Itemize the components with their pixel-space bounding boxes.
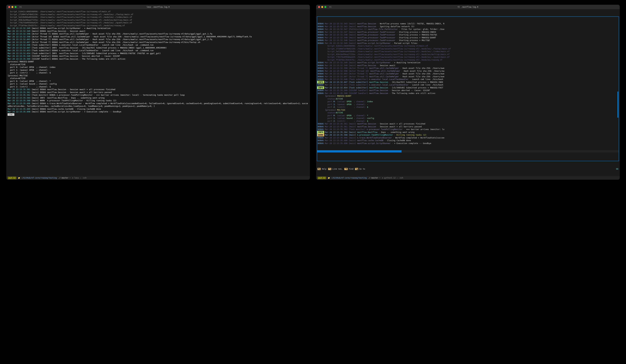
log-line: Script_5e528d84a065bb9b: /Users/ewels/.n… <box>8 16 309 19</box>
log-line: port 1: (queue) OPEN ; channel: - <box>317 103 619 106</box>
maximize-icon[interactable] <box>324 6 326 8</box>
level-badge: DEBUG <box>317 83 324 86</box>
level-badge: DEBUG <box>317 136 324 139</box>
log-line: Mar-26 22:15:35.561 [main] DEBUG nextflo… <box>8 88 309 91</box>
log-line: INFOMar-26 22:15:32.647 [Task submitter]… <box>317 81 619 84</box>
log-line: port 1: (value) bound ; channel: config <box>317 117 619 120</box>
statusbar-right: py3.12 ~/GitHub/nf-core/rnaseq/testing m… <box>316 176 620 180</box>
process-name: python3.12 <box>384 177 395 179</box>
log-line: Mar-26 22:15:35.698 [main] DEBUG nextflo… <box>8 110 309 113</box>
window-title: less .nextflow.log.9 <box>147 6 170 8</box>
log-line: port 0: (value) OPEN ; channel: * <box>317 114 619 117</box>
key-linenos[interactable]: ^l <box>328 168 331 170</box>
log-line: port 2: (cntrl) - ; channel: $ <box>317 120 619 122</box>
log-line: status=ACTIVE <box>8 77 309 80</box>
log-line: Mar-26 22:15:32.598 [Actor Thread 7] DEB… <box>8 33 309 35</box>
log-line: Mar-26 22:15:35.549 [SIGINT handler] DEB… <box>8 55 309 58</box>
log-line: DEBUGMar-26 22:15:32.547 [main] nextflow… <box>317 31 619 34</box>
level-badge: DEBUG <box>317 22 324 25</box>
level-badge: DEBUG <box>317 89 324 92</box>
branch-icon <box>368 177 370 179</box>
folder-icon <box>18 177 20 179</box>
log-line: INFOMar-26 22:15:32.654 [Task submitter]… <box>317 86 619 89</box>
log-line: port 1: (value) bound ; channel: config <box>8 82 309 85</box>
shell-name: -zsh <box>82 177 86 179</box>
maximize-icon[interactable] <box>15 6 17 8</box>
log-line: DEBUGMar-26 22:15:35.561 [main] nextflow… <box>317 125 619 128</box>
minimize-icon[interactable] <box>11 6 13 8</box>
key-find[interactable]: ^f <box>344 168 348 170</box>
log-line: DEBUGMar-26 22:15:32.548 [main] nextflow… <box>317 36 619 39</box>
log-line: DEBUGMar-26 22:15:32.548 [main] nextflow… <box>317 39 619 42</box>
level-badge: DEBUG <box>317 64 324 67</box>
level-badge: WARN <box>317 133 324 136</box>
statusbar-left: py3.12 ~/GitHub/nf-core/rnaseq/testing m… <box>6 176 310 180</box>
log-line: status=ACTIVE <box>317 111 619 114</box>
terminal-left: ⌘1 less .nextflow.log.9 Script_51642cc86… <box>6 5 310 180</box>
level-badge: DEBUG <box>317 75 324 78</box>
python-badge: py3.12 <box>8 177 16 179</box>
help-label: Help <box>322 168 326 170</box>
window-title: tl .nextflow.log.9 <box>458 6 478 8</box>
git-dirty-dot: • <box>70 177 71 179</box>
level-badge: DEBUG <box>317 70 324 73</box>
git-branch: master <box>371 177 378 179</box>
titlebar-left: ⌘1 less .nextflow.log.9 <box>6 5 310 9</box>
log-viewport[interactable]: DEBUGMar-26 22:15:32.543 [main] nextflow… <box>317 16 619 161</box>
python-badge: py3.12 <box>317 177 326 179</box>
log-line: DEBUGMar-26 22:15:32.548 [main] nextflow… <box>317 33 619 36</box>
log-line: Mar-26 22:15:35.561 [main] DEBUG nextflo… <box>8 91 309 94</box>
tab-label: ⌘1 <box>19 6 22 8</box>
log-line: Mar-26 22:15:32.598 [Actor Thread 10] DE… <box>8 35 309 38</box>
log-line: Mar-26 22:15:32.549 [main] DEBUG nextflo… <box>8 27 309 30</box>
help-footer: F1 Help ^l Line nos. ^f Find ^g Go to 66 <box>316 167 620 171</box>
close-icon[interactable] <box>318 6 320 8</box>
level-badge: DEBUG <box>317 31 324 34</box>
traffic-lights <box>318 6 326 8</box>
key-goto[interactable]: ^g <box>355 168 358 170</box>
cwd-path: ~/GitHub/nf-core/rnaseq/testing <box>331 177 367 179</box>
log-line: port 0: (value) OPEN ; channel: index <box>317 100 619 103</box>
log-content-left[interactable]: Script_51642cc868508996: /Users/ewels/.n… <box>6 9 310 176</box>
log-line: DEBUGMar-26 22:15:32.549 [main] nextflow… <box>317 42 619 45</box>
level-badge: DEBUG <box>317 36 324 39</box>
level-badge: DEBUG <box>317 72 324 75</box>
log-line: DEBUGMar-26 22:15:32.607 [Actor Thread 7… <box>317 75 619 78</box>
minimize-icon[interactable] <box>321 6 323 8</box>
log-line: [process] MULTIQC <box>317 109 619 111</box>
close-icon[interactable] <box>8 6 10 8</box>
log-line: DEBUGMar-26 22:15:32.646 [Task submitter… <box>317 78 619 81</box>
log-line: Mar-26 22:15:32.603 [Actor Thread 7] DEB… <box>8 38 309 41</box>
traffic-lights <box>8 6 17 8</box>
log-line: Mar-26 22:15:35.680 [main] DEBUG nextflo… <box>8 108 309 111</box>
branch-icon <box>58 177 61 179</box>
level-badge: INFO <box>317 86 324 89</box>
log-line: Mar-26 22:15:32.549 [main] DEBUG nextflo… <box>8 30 309 33</box>
log-line: DEBUGMar-26 22:15:32.653 [Task submitter… <box>317 83 619 86</box>
log-line: Script_5e528d84a065bb9b: /Users/ewels/.n… <box>317 50 619 53</box>
log-line: Script_458cbe99ea27155e: /Users/ewels/.n… <box>8 19 309 21</box>
log-line: Script_458cbe99ea27155e: /Users/ewels/.n… <box>317 53 619 56</box>
level-badge: INFO <box>317 81 324 84</box>
horizontal-scrollbar[interactable] <box>317 150 619 153</box>
tab-label: ⌘1 <box>329 6 331 8</box>
log-line: Script_ff16f4ec3543575c: /Users/ewels/.n… <box>8 24 309 27</box>
level-badge: DEBUG <box>317 128 324 131</box>
level-badge: DEBUG <box>317 25 324 28</box>
log-content-right[interactable]: DEBUGMar-26 22:15:32.543 [main] nextflow… <box>316 9 620 176</box>
log-line: [process] RNASEQ:QUANT <box>8 60 309 63</box>
level-badge: DEBUG <box>317 67 324 70</box>
log-line: DEBUGMar-26 22:15:35.698 [main] nextflow… <box>317 142 619 145</box>
scrollbar-thumb[interactable] <box>317 150 401 153</box>
log-line: Mar-26 22:15:32.654 [Task submitter] INF… <box>8 52 309 55</box>
cwd-path: ~/GitHub/nf-core/rnaseq/testing <box>21 177 57 179</box>
log-line: port 2: (cntrl) - ; channel: $ <box>8 85 309 88</box>
vertical-scrollbar-thumb[interactable] <box>617 91 618 118</box>
log-line: DEBUGMar-26 22:15:35.560 [SIGINT handler… <box>317 92 619 95</box>
terminal-right: ⌘1 tl .nextflow.log.9 DEBUGMar-26 22:15:… <box>316 5 620 180</box>
goto-label: Go to <box>359 168 365 170</box>
key-f1[interactable]: F1 <box>317 168 321 170</box>
log-line: DEBUGMar-26 22:15:32.549 [main] nextflow… <box>317 64 619 67</box>
log-line: Mar-26 22:15:32.646 [Task submitter] DEB… <box>8 43 309 46</box>
log-line: [process] MULTIQC <box>8 74 309 77</box>
